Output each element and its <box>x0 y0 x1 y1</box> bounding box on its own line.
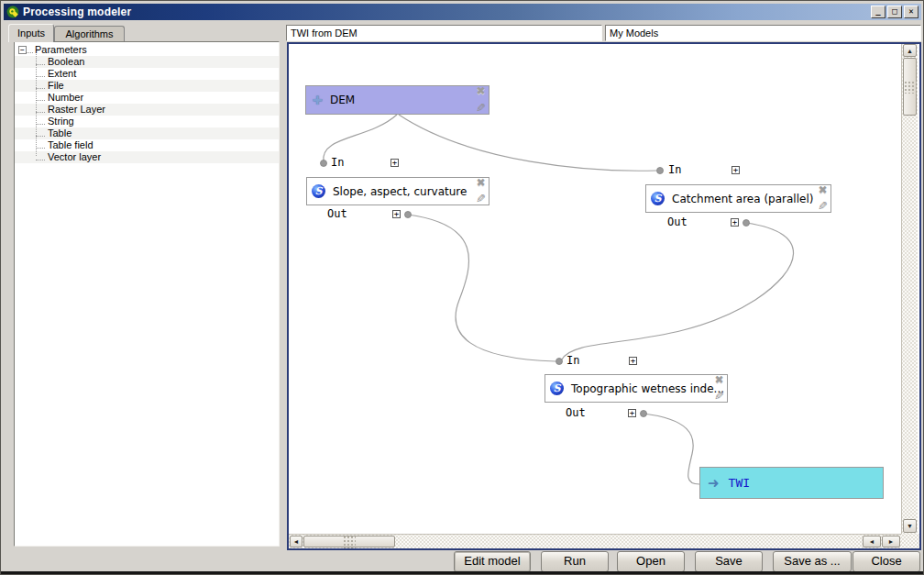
model-group-input[interactable]: My Models <box>605 25 921 41</box>
tree-item-number[interactable]: Number <box>15 92 279 104</box>
tree-stub <box>36 131 45 137</box>
inputs-tree-panel: −Parameters Boolean Extent File Number R… <box>14 41 280 547</box>
horizontal-scrollbar[interactable]: ◄ ◄ ► <box>289 534 901 548</box>
tree-item-boolean[interactable]: Boolean <box>15 56 279 68</box>
edit-model-help-button[interactable]: Edit model help <box>454 551 531 572</box>
tree-stub <box>36 155 45 160</box>
scroll-left-icon[interactable]: ◄ <box>863 536 881 547</box>
port-in-label: In <box>566 355 579 367</box>
tree-stub <box>36 119 45 125</box>
tree-item-table-field[interactable]: Table field <box>15 139 279 151</box>
parameters-tree: −Parameters Boolean Extent File Number R… <box>15 42 279 163</box>
node-label: DEM <box>330 94 355 106</box>
tree-item-extent[interactable]: Extent <box>15 68 279 80</box>
tree-item-raster-layer[interactable]: Raster Layer <box>15 104 279 116</box>
port-out-label: Out <box>327 208 347 220</box>
tree-stub <box>36 60 45 65</box>
collapse-icon[interactable]: − <box>18 46 27 54</box>
vertical-scroll-thumb[interactable] <box>903 58 917 116</box>
delete-node-icon[interactable]: ✖ <box>477 177 486 189</box>
tree-item-string[interactable]: String <box>15 116 279 127</box>
model-node-twi-output[interactable]: ➜ TWI <box>699 467 884 499</box>
delete-node-icon[interactable]: ✖ <box>819 184 828 196</box>
expand-in-ports-icon[interactable]: + <box>732 166 740 174</box>
minimize-button-icon[interactable]: _ <box>871 6 886 18</box>
edit-node-icon[interactable]: ✎ <box>714 390 724 402</box>
tree-branch-line <box>36 54 37 156</box>
tree-stub <box>36 83 45 89</box>
port-in-label: In <box>668 164 681 176</box>
maximize-button-icon[interactable]: □ <box>887 6 902 18</box>
run-button[interactable]: Run <box>541 551 609 572</box>
tree-item-label: Raster Layer <box>48 104 105 115</box>
algorithm-node-catchment-area[interactable]: S Catchment area (parallel) ✖ ✎ <box>645 184 831 213</box>
saga-algorithm-icon: S <box>312 184 325 198</box>
tree-item-label: File <box>48 80 64 91</box>
model-name-input[interactable]: TWI from DEM <box>286 25 602 41</box>
edit-node-icon[interactable]: ✎ <box>476 193 486 205</box>
saga-algorithm-icon: S <box>550 381 564 395</box>
tree-item-label: Table <box>48 127 72 138</box>
scroll-down-icon[interactable]: ▼ <box>903 519 917 533</box>
add-input-icon: ✚ <box>313 94 323 107</box>
title-bar[interactable]: Processing modeler _ □ ✕ <box>4 4 921 20</box>
tree-stub <box>36 72 45 77</box>
scroll-right-icon[interactable]: ► <box>882 536 900 547</box>
node-label: Catchment area (parallel) <box>672 193 813 205</box>
delete-node-icon[interactable]: ✖ <box>715 374 724 386</box>
tree-root-label: Parameters <box>35 44 87 55</box>
tree-item-file[interactable]: File <box>15 80 279 92</box>
output-arrow-icon: ➜ <box>708 475 720 492</box>
expand-out-ports-icon[interactable]: + <box>392 210 401 218</box>
thumb-grip <box>343 536 356 548</box>
scroll-up-icon[interactable]: ▲ <box>903 44 917 57</box>
model-node-dem[interactable]: ✚ DEM ✖ ✎ <box>305 85 490 115</box>
node-label: Topographic wetness inde... <box>571 382 724 395</box>
tab-inputs[interactable]: Inputs <box>8 24 54 42</box>
close-button[interactable]: Close <box>852 551 920 572</box>
tree-root-parameters[interactable]: −Parameters <box>15 44 279 56</box>
tree-item-label: Extent <box>48 68 76 79</box>
save-as-button[interactable]: Save as ... <box>773 551 852 572</box>
tree-stub <box>36 143 45 149</box>
tree-item-label: Number <box>48 92 83 103</box>
expand-out-ports-icon[interactable]: + <box>731 218 739 227</box>
tree-stub <box>36 95 45 101</box>
processing-modeler-window: Processing modeler _ □ ✕ Inputs Algorith… <box>0 0 924 575</box>
port-out-label: Out <box>566 407 586 419</box>
close-button-icon[interactable]: ✕ <box>904 6 918 18</box>
scroll-left-icon[interactable]: ◄ <box>290 536 302 547</box>
edit-node-icon[interactable]: ✎ <box>818 200 828 212</box>
tree-item-label: String <box>48 116 74 127</box>
node-label: Slope, aspect, curvature <box>333 185 467 198</box>
thumb-grip <box>904 81 917 94</box>
algorithm-node-topographic-wetness-index[interactable]: S Topographic wetness inde... ✖ ✎ <box>544 374 728 403</box>
qgis-app-icon <box>6 6 19 18</box>
window-bottom-edge <box>1 571 923 574</box>
horizontal-scroll-thumb[interactable] <box>303 536 395 547</box>
tree-item-label: Table field <box>48 139 94 150</box>
connection-wires <box>289 44 901 534</box>
expand-in-ports-icon[interactable]: + <box>390 159 399 167</box>
tab-algorithms[interactable]: Algorithms <box>54 26 125 42</box>
expand-out-ports-icon[interactable]: + <box>628 409 636 417</box>
expand-in-ports-icon[interactable]: + <box>629 357 637 365</box>
save-button[interactable]: Save <box>695 551 763 572</box>
model-canvas[interactable]: ✚ DEM ✖ ✎ In + S Slope, aspect, curvatur… <box>287 42 921 550</box>
node-label: TWI <box>729 476 750 490</box>
port-in-label: In <box>331 157 344 169</box>
open-button[interactable]: Open <box>617 551 685 572</box>
delete-node-icon[interactable]: ✖ <box>477 85 486 97</box>
tree-item-label: Vector layer <box>48 151 101 162</box>
tree-dots <box>27 48 33 53</box>
port-out-label: Out <box>667 216 688 228</box>
window-title: Processing modeler <box>23 6 131 18</box>
edit-node-icon[interactable]: ✎ <box>476 102 486 114</box>
tree-item-label: Boolean <box>48 56 84 67</box>
algorithm-node-slope-aspect-curvature[interactable]: S Slope, aspect, curvature ✖ ✎ <box>306 177 490 205</box>
tree-item-vector-layer[interactable]: Vector layer <box>15 151 279 163</box>
tree-item-table[interactable]: Table <box>15 127 279 139</box>
saga-algorithm-icon: S <box>651 192 665 205</box>
vertical-scrollbar[interactable]: ▲ ▼ <box>901 44 918 534</box>
tree-stub <box>36 107 45 113</box>
